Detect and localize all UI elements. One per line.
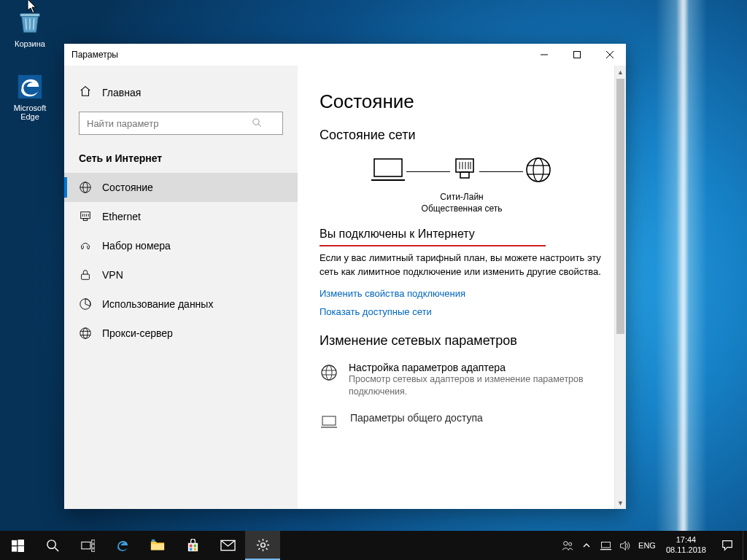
connected-heading: Вы подключены к Интернету <box>320 228 604 241</box>
svg-rect-49 <box>91 540 94 542</box>
ethernet-icon <box>79 210 92 223</box>
page-title: Состояние <box>320 90 604 113</box>
svg-rect-17 <box>82 274 90 279</box>
svg-line-47 <box>55 548 58 551</box>
category-title: Сеть и Интернет <box>64 148 298 173</box>
desktop-icon-label: Корзина <box>4 39 55 48</box>
taskbar-app-edge[interactable] <box>105 531 140 560</box>
connection-name: Сити-Лайн <box>320 191 604 203</box>
connection-type: Общественная сеть <box>320 203 604 214</box>
svg-rect-50 <box>91 544 94 547</box>
dialup-icon <box>79 239 92 252</box>
link-show-available-networks[interactable]: Показать доступные сети <box>320 306 604 317</box>
search-button[interactable] <box>35 531 70 560</box>
desktop-icon-label: Microsoft Edge <box>4 104 55 121</box>
svg-rect-45 <box>18 545 24 551</box>
show-desktop-button[interactable] <box>743 531 747 560</box>
task-view-button[interactable] <box>70 531 105 560</box>
mouse-cursor <box>27 0 39 15</box>
svg-rect-62 <box>601 542 610 548</box>
status-icon <box>79 181 92 194</box>
vpn-icon <box>79 268 92 281</box>
diagram-line <box>406 171 450 172</box>
nav-item-ethernet[interactable]: Ethernet <box>64 202 298 231</box>
close-button[interactable] <box>593 44 626 66</box>
svg-rect-54 <box>189 544 192 547</box>
nav-list: Состояние Ethernet Набор номера VPN <box>64 173 298 348</box>
datausage-icon <box>79 298 92 311</box>
nav-item-label: VPN <box>102 269 123 281</box>
wallpaper-beam <box>656 0 707 531</box>
nav-item-proxy[interactable]: Прокси-сервер <box>64 319 298 348</box>
taskbar-app-mail[interactable] <box>210 531 245 560</box>
home-link[interactable]: Главная <box>64 82 298 112</box>
tray-network-icon[interactable] <box>596 531 615 560</box>
nav-item-status[interactable]: Состояние <box>64 173 298 202</box>
setting-title: Параметры общего доступа <box>350 412 483 424</box>
svg-rect-42 <box>12 540 17 545</box>
connected-body: Если у вас лимитный тарифный план, вы мо… <box>320 251 604 279</box>
svg-rect-23 <box>374 159 402 176</box>
svg-rect-48 <box>81 542 90 549</box>
settings-main: Состояние Состояние сети Си <box>298 66 626 509</box>
taskbar-app-store[interactable] <box>175 531 210 560</box>
nav-item-label: Использование данных <box>102 298 213 310</box>
pc-icon <box>370 155 406 188</box>
nav-item-dialup[interactable]: Набор номера <box>64 231 298 260</box>
settings-window: Параметры Главная Сеть и Интернет <box>64 44 626 509</box>
svg-rect-43 <box>18 540 24 545</box>
svg-point-60 <box>564 542 568 545</box>
taskbar: ENG 17:44 08.11.2018 <box>0 531 747 560</box>
tray-people[interactable] <box>558 531 577 560</box>
desktop[interactable]: Корзина Microsoft Edge Параметры Главная <box>0 0 747 560</box>
nav-item-label: Прокси-сервер <box>102 327 173 339</box>
scroll-up[interactable]: ▲ <box>615 66 626 78</box>
window-titlebar[interactable]: Параметры <box>64 44 626 66</box>
desktop-icon-recycle-bin[interactable]: Корзина <box>4 9 55 48</box>
tray-date: 08.11.2018 <box>666 545 706 556</box>
settings-sidebar: Главная Сеть и Интернет Состояние <box>64 66 298 509</box>
tray-action-center[interactable] <box>712 539 743 552</box>
network-diagram <box>320 155 604 188</box>
setting-sharing-options[interactable]: Параметры общего доступа <box>320 412 604 435</box>
svg-point-59 <box>260 542 265 547</box>
nav-item-label: Состояние <box>102 182 153 193</box>
home-icon <box>79 85 92 100</box>
tray-chevron-up-icon[interactable] <box>577 531 596 560</box>
svg-rect-51 <box>91 548 94 551</box>
svg-rect-44 <box>12 546 17 551</box>
setting-adapter-options[interactable]: Настройка параметров адаптера Просмотр с… <box>320 362 604 399</box>
taskbar-app-settings[interactable] <box>245 531 280 560</box>
scroll-thumb[interactable] <box>616 79 624 334</box>
maximize-button[interactable] <box>560 44 593 66</box>
tray-clock[interactable]: 17:44 08.11.2018 <box>660 535 712 556</box>
svg-rect-56 <box>189 548 192 551</box>
tray-time: 17:44 <box>666 535 706 545</box>
nav-item-label: Набор номера <box>102 240 171 252</box>
edge-icon <box>16 73 44 101</box>
tray-volume-icon[interactable] <box>615 531 634 560</box>
setting-desc: Просмотр сетевых адаптеров и изменение п… <box>349 373 604 399</box>
minimize-button[interactable] <box>527 44 560 66</box>
red-underline <box>320 245 546 246</box>
link-change-connection-properties[interactable]: Изменить свойства подключения <box>320 288 604 299</box>
scrollbar[interactable]: ▲ ▼ <box>614 66 626 509</box>
svg-rect-26 <box>460 172 469 178</box>
setting-title: Настройка параметров адаптера <box>349 362 604 373</box>
svg-point-37 <box>326 365 332 380</box>
section-change-params: Изменение сетевых параметров <box>320 333 604 349</box>
scroll-down[interactable]: ▼ <box>615 497 626 509</box>
svg-point-33 <box>533 158 543 182</box>
svg-point-20 <box>83 328 88 338</box>
svg-rect-52 <box>151 544 164 550</box>
taskbar-app-explorer[interactable] <box>140 531 175 560</box>
window-title: Параметры <box>71 50 118 60</box>
tray-language[interactable]: ENG <box>634 541 660 550</box>
nav-item-datausage[interactable]: Использование данных <box>64 289 298 319</box>
start-button[interactable] <box>0 531 35 560</box>
globe-icon <box>523 155 554 188</box>
nav-item-vpn[interactable]: VPN <box>64 260 298 289</box>
search-input[interactable] <box>79 112 283 135</box>
svg-point-36 <box>322 365 336 380</box>
desktop-icon-edge[interactable]: Microsoft Edge <box>4 73 55 121</box>
